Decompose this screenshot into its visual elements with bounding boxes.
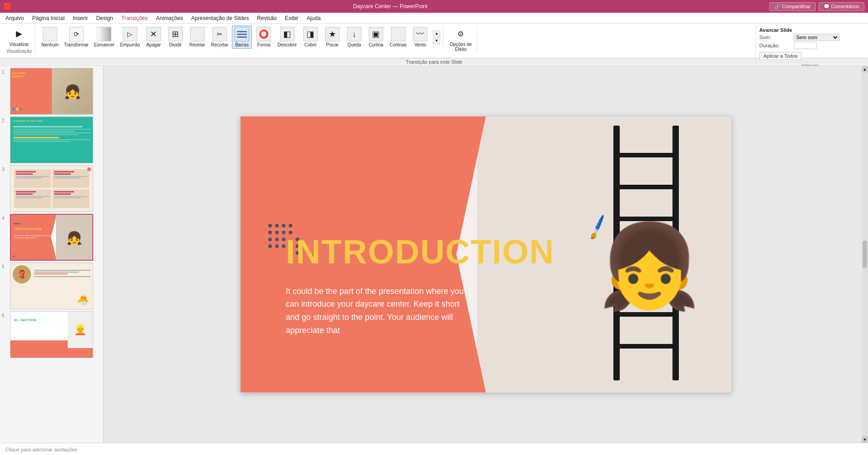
slide-item-6[interactable]: 6 01. SECTION 👱 [2,311,101,358]
slide-num-3: 3 [2,165,8,172]
piscar-icon: ★ [325,27,340,41]
slide-num-2: 2 [2,116,8,123]
svg-point-14 [275,231,279,234]
ribbon-group-visualizar: ▶ Visualizar Visualização [4,25,35,54]
ribbon-btn-transformar[interactable]: ⟳ Transformar [62,26,90,48]
slide-thumb-4[interactable]: INTRODUCTION It could be the part of the… [10,214,93,261]
slide-thumb-3[interactable] [10,165,93,212]
menu-inserir[interactable]: Inserir [69,14,91,22]
svg-point-18 [275,238,279,241]
duration-input[interactable]: 01,00 [794,42,817,49]
ribbon-btn-apagar[interactable]: ✕ Apagar [144,26,164,48]
visualizar-icon: ▶ [12,26,26,41]
empurrão-icon: ▷ [123,27,137,41]
slide-item-3[interactable]: 3 [2,165,101,212]
slide-panel[interactable]: 1 DAYCARE CENTER 👧 2 C [0,66,104,443]
svg-point-12 [289,224,292,228]
ribbon-btn-queda[interactable]: ↓ Queda [344,26,364,48]
forma-icon: ⭕ [256,27,271,41]
cortina-icon: ▣ [369,27,383,41]
svg-point-19 [282,238,286,241]
svg-point-13 [268,231,272,234]
slide-thumb-5[interactable]: 🧣 🐣 [10,263,93,309]
menu-animacoes[interactable]: Animações [152,14,186,22]
share-button[interactable]: 🔗 Compartilhar [769,2,816,11]
ribbon-btn-descobrir[interactable]: ◧ Descobrir [276,26,299,48]
slide-num-4: 4 [2,214,8,221]
duration-label: Duração: [759,43,791,48]
ribbon-btn-effect-options[interactable]: ⚙ Opções deEfeito [448,25,473,53]
menu-revisao[interactable]: Revisão [253,14,280,22]
ribbon-btn-nenhum[interactable]: Nenhum [40,26,60,48]
ribbon-btn-dividir[interactable]: ⊞ Dividir [166,26,186,48]
scroll-up-btn-canvas[interactable]: ▲ [862,66,868,72]
ribbon-btn-forma[interactable]: ⭕ Forma [254,26,274,48]
slide-thumb-6[interactable]: 01. SECTION 👱 [10,311,93,358]
menu-design[interactable]: Design [92,14,116,22]
slide-title: INTRODUCTION [286,233,555,271]
svg-point-20 [268,244,272,248]
queda-icon: ↓ [347,27,361,41]
menu-bar: Arquivo Página Inicial Inserir Design Tr… [0,13,868,24]
svg-point-11 [282,224,286,228]
transition-subtitle: Transição para este Slide [0,58,868,66]
ribbon-btn-vento[interactable]: 〰 Vento [410,26,430,48]
menu-arquivo[interactable]: Arquivo [2,14,28,22]
recortar-icon: ✂ [212,27,227,41]
menu-transicoes[interactable]: Transições [118,14,151,22]
ribbon-btn-cortinas[interactable]: Cortinas [388,26,408,48]
ribbon-group-transitions: Nenhum ⟳ Transformar Esmaecer ▷ Empurrão… [37,25,443,49]
slide-thumb-1[interactable]: DAYCARE CENTER 👧 [10,68,93,115]
scroll-up-btn[interactable]: ▲ [433,30,440,37]
comments-button[interactable]: 💬 Comentários [818,2,864,11]
apply-all-button[interactable]: Aplicar a Todos [759,52,802,60]
ribbon-btn-empurrão[interactable]: ▷ Empurrão [118,26,142,48]
svg-point-9 [268,224,272,228]
ribbon-group-effect: ⚙ Opções deEfeito [445,25,477,53]
notes-bar[interactable]: Clique para adicionar anotações [0,443,868,455]
ribbon-btn-esmaecer[interactable]: Esmaecer [92,26,116,48]
ribbon: ▶ Visualizar Visualização Nenhum ⟳ Trans… [0,24,868,58]
ribbon-btn-revelar[interactable]: Revelar [187,26,207,48]
slide-item-1[interactable]: 1 DAYCARE CENTER 👧 [2,68,101,115]
slide-item-5[interactable]: 5 🧣 🐣 [2,263,101,309]
window-icon: 🟥 [4,3,11,10]
notes-placeholder: Clique para adicionar anotações [5,447,77,452]
slide-item-4[interactable]: 4 INTRODUCTION It could be the part of t… [2,214,101,261]
ribbon-btn-cobrir[interactable]: ◨ Cobrir [301,26,321,48]
title-bar: 🟥 Daycare Center — PowerPoint 🔗 Comparti… [0,0,868,13]
transformar-icon: ⟳ [69,27,84,41]
svg-point-21 [275,244,279,248]
ribbon-btn-cortina[interactable]: ▣ Cortina [366,26,386,48]
ribbon-btn-piscar[interactable]: ★ Piscar [322,26,342,48]
vertical-scrollbar[interactable]: ▲ ▼ [862,66,868,443]
menu-exibir[interactable]: Exibir [281,14,302,22]
sound-select[interactable]: Sem som [794,34,839,41]
svg-point-17 [268,238,272,241]
avançar-label: Avancar Slide [759,27,792,33]
apagar-icon: ✕ [146,27,161,41]
nenhum-icon [43,27,57,41]
vento-icon: 〰 [413,27,427,41]
slide-num-1: 1 [2,68,8,75]
dividir-icon: ⊞ [168,27,183,41]
svg-point-15 [282,231,286,234]
slide-thumb-2[interactable]: CONTENTS OF THIS SLIDE [10,116,93,163]
svg-point-22 [282,244,286,248]
slide-item-2[interactable]: 2 CONTENTS OF THIS SLIDE [2,116,101,163]
scroll-down-btn-canvas[interactable]: ▼ [862,436,868,443]
main-area: 1 DAYCARE CENTER 👧 2 C [0,66,868,443]
esmaecer-icon [97,27,111,41]
sound-label: Som: [759,35,791,40]
menu-ajuda[interactable]: Ajuda [303,14,325,22]
menu-pagina-inicial[interactable]: Página Inicial [29,14,68,22]
ribbon-btn-visualizar[interactable]: ▶ Visualizar [7,25,30,48]
cobrir-icon: ◨ [303,27,318,41]
menu-apresentacao[interactable]: Apresentação de Slides [187,14,252,22]
ribbon-btn-recortar[interactable]: ✂ Recortar [209,26,230,48]
ribbon-btn-barras[interactable]: Barras [232,25,252,49]
slide-num-6: 6 [2,311,8,318]
svg-point-10 [275,224,279,228]
scroll-down-btn[interactable]: ▼ [433,38,440,44]
effect-options-icon: ⚙ [453,26,468,41]
